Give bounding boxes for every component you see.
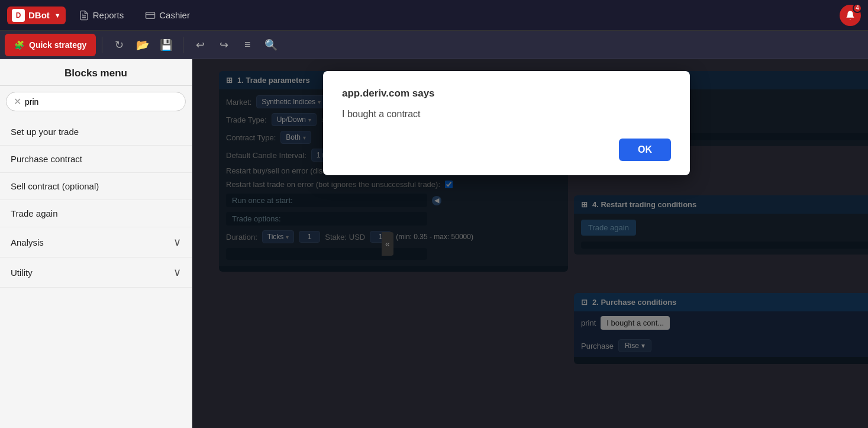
dialog-overlay: app.deriv.com says I bought a contract O… — [192, 59, 868, 428]
notification-count: 4 — [853, 4, 862, 13]
undo-button[interactable]: ↩ — [189, 34, 211, 56]
main-layout: Blocks menu ✕ Set up your trade Purchase… — [0, 59, 868, 428]
sidebar-item-utility[interactable]: Utility ∨ — [0, 258, 192, 288]
chevron-down-icon: ∨ — [173, 266, 181, 279]
save-button[interactable]: 💾 — [156, 34, 177, 56]
search-input[interactable] — [25, 97, 178, 107]
toolbar-separator — [102, 37, 102, 53]
search-clear-icon[interactable]: ✕ — [14, 96, 21, 107]
menu-items: Set up your trade Purchase contract Sell… — [0, 115, 192, 428]
reports-label: Reports — [93, 10, 124, 20]
app-logo[interactable]: D DBot ▼ — [7, 7, 66, 24]
sidebar-item-label: Set up your trade — [11, 127, 79, 137]
dialog-title: app.deriv.com says — [342, 88, 671, 99]
sidebar-item-label: Purchase contract — [11, 154, 82, 164]
quick-strategy-button[interactable]: 🧩 Quick strategy — [5, 34, 96, 56]
cashier-icon — [145, 10, 156, 21]
reports-icon — [79, 10, 89, 21]
sidebar-item-trade-again[interactable]: Trade again — [0, 200, 192, 227]
refresh-button[interactable]: ↻ — [108, 34, 130, 56]
nav-cashier[interactable]: Cashier — [137, 7, 198, 24]
dialog-ok-button[interactable]: OK — [619, 139, 671, 161]
dialog-message: I bought a contract — [342, 109, 671, 120]
sidebar-item-label: Utility — [11, 268, 33, 278]
cashier-label: Cashier — [159, 10, 190, 20]
sidebar-item-label: Trade again — [11, 208, 58, 218]
notification-bell[interactable]: 4 — [840, 5, 861, 26]
dialog-box: app.deriv.com says I bought a contract O… — [323, 71, 690, 175]
sidebar-item-setup-trade[interactable]: Set up your trade — [0, 118, 192, 146]
app-name: DBot — [28, 10, 50, 20]
puzzle-icon: 🧩 — [14, 40, 24, 50]
nav-reports[interactable]: Reports — [70, 7, 133, 24]
app-caret: ▼ — [54, 12, 61, 19]
svg-rect-2 — [146, 12, 155, 18]
top-nav: D DBot ▼ Reports Cashier 4 — [0, 0, 868, 31]
zoom-button[interactable]: 🔍 — [260, 34, 282, 56]
open-button[interactable]: 📂 — [132, 34, 153, 56]
toolbar-separator-2 — [183, 37, 183, 53]
quick-strategy-label: Quick strategy — [29, 40, 86, 50]
format-button[interactable]: ≡ — [237, 34, 258, 56]
logo-icon: D — [12, 9, 25, 22]
sidebar: Blocks menu ✕ Set up your trade Purchase… — [0, 59, 192, 428]
chevron-down-icon: ∨ — [173, 236, 181, 249]
redo-button[interactable]: ↪ — [213, 34, 234, 56]
sidebar-item-label: Analysis — [11, 237, 44, 247]
search-bar: ✕ — [6, 92, 186, 111]
sidebar-item-purchase-contract[interactable]: Purchase contract — [0, 146, 192, 173]
canvas-area: « ⊞ 1. Trade parameters Market: Syntheti… — [192, 59, 868, 428]
sidebar-item-label: Sell contract (optional) — [11, 181, 99, 191]
toolbar: 🧩 Quick strategy ↻ 📂 💾 ↩ ↪ ≡ 🔍 — [0, 31, 868, 59]
sidebar-title: Blocks menu — [0, 59, 192, 86]
sidebar-item-analysis[interactable]: Analysis ∨ — [0, 227, 192, 258]
dialog-footer: OK — [342, 139, 671, 161]
sidebar-item-sell-contract[interactable]: Sell contract (optional) — [0, 173, 192, 200]
